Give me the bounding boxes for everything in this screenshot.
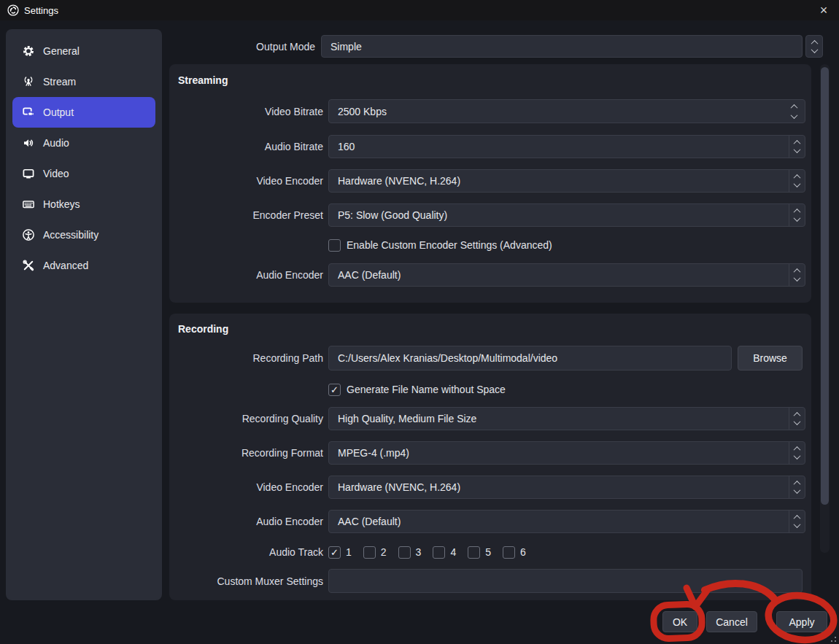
audio-track-5-label: 5 [485,546,491,558]
settings-window: Settings × General Stream [0,0,839,644]
chevron-down-icon [794,146,801,153]
audio-track-3-checkbox[interactable] [398,546,411,559]
scrollbar-thumb[interactable] [821,67,829,505]
audio-track-1-label: 1 [346,546,352,558]
browse-button[interactable]: Browse [738,346,803,371]
encoder-preset-value: P5: Slow (Good Quality) [329,209,789,221]
keyboard-icon [22,198,35,211]
sidebar-item-advanced[interactable]: Advanced [12,250,155,281]
generate-filename-checkbox[interactable]: ✓ [328,384,341,396]
cancel-button[interactable]: Cancel [706,611,757,632]
chevron-down-icon [794,521,801,528]
monitor-icon [22,167,35,180]
recording-quality-select[interactable]: High Quality, Medium File Size [328,407,805,430]
output-mode-label: Output Mode [175,35,315,58]
checkmark-icon: ✓ [330,548,339,557]
stream-video-encoder-label: Video Encoder [175,169,323,193]
audio-bitrate-input[interactable]: 160 [328,135,805,158]
rec-audio-encoder-label: Audio Encoder [175,510,323,533]
audio-track-label: Audio Track [175,546,323,559]
sidebar-item-video[interactable]: Video [12,158,155,189]
gear-icon [22,44,35,58]
audio-track-2-checkbox[interactable] [363,546,376,559]
chevron-down-icon [811,46,818,53]
rec-video-encoder-select[interactable]: Hardware (NVENC, H.264) [328,476,805,499]
audio-bitrate-spinner[interactable] [789,136,805,158]
output-mode-select[interactable]: Simple [321,35,803,58]
stream-video-encoder-value: Hardware (NVENC, H.264) [329,175,789,187]
recording-format-spinner[interactable] [789,442,805,464]
rec-video-encoder-spinner[interactable] [789,476,805,498]
encoder-preset-select[interactable]: P5: Slow (Good Quality) [328,203,805,227]
rec-audio-encoder-spinner[interactable] [789,511,805,532]
recording-path-value: C:/Users/Alex Kranias/Desktop/Multimodal… [329,352,731,364]
stream-audio-encoder-select[interactable]: AAC (Default) [328,263,805,287]
audio-track-6-checkbox[interactable] [503,546,515,559]
custom-encoder-checkbox-row[interactable]: Enable Custom Encoder Settings (Advanced… [328,238,552,252]
ok-button[interactable]: OK [662,611,697,632]
audio-track-3-label: 3 [416,546,422,558]
sidebar-item-stream[interactable]: Stream [12,66,155,97]
audio-track-2[interactable]: 2 [363,546,387,559]
chevron-down-icon [794,214,801,222]
stream-audio-encoder-spinner[interactable] [789,264,805,286]
settings-sidebar: General Stream Output Audio [6,29,162,600]
checkmark-icon: ✓ [330,385,339,395]
sidebar-item-label: Video [43,168,69,179]
recording-quality-label: Recording Quality [175,407,323,430]
audio-track-1-checkbox[interactable]: ✓ [328,546,341,559]
sidebar-item-hotkeys[interactable]: Hotkeys [12,189,155,220]
audio-track-6-label: 6 [520,546,526,558]
audio-track-4-checkbox[interactable] [433,546,445,559]
recording-path-label: Recording Path [175,346,323,371]
encoder-preset-label: Encoder Preset [175,203,323,227]
close-icon: × [820,4,828,17]
close-button[interactable]: × [808,0,839,20]
sidebar-item-accessibility[interactable]: Accessibility [12,220,155,250]
generate-filename-checkbox-label: Generate File Name without Space [347,384,506,395]
chevron-down-icon [794,274,801,282]
video-bitrate-value: 2500 Kbps [329,106,783,117]
recording-quality-value: High Quality, Medium File Size [329,413,789,424]
sidebar-item-label: Audio [43,137,69,149]
video-bitrate-input[interactable]: 2500 Kbps [328,99,805,123]
sidebar-item-label: Output [43,106,74,118]
encoder-preset-spinner[interactable] [789,204,805,226]
audio-bitrate-value: 160 [329,141,789,152]
sidebar-item-general[interactable]: General [12,36,155,66]
stream-video-encoder-select[interactable]: Hardware (NVENC, H.264) [328,169,805,193]
generate-filename-checkbox-row[interactable]: ✓ Generate File Name without Space [328,383,506,396]
recording-quality-spinner[interactable] [789,408,805,430]
resize-grip-icon[interactable] [829,636,836,642]
recording-header: Recording [178,323,228,335]
audio-track-1[interactable]: ✓ 1 [328,546,352,559]
stream-audio-encoder-value: AAC (Default) [329,269,789,281]
custom-muxer-input[interactable] [328,569,803,593]
audio-track-checkboxes: ✓ 1 2 3 4 5 6 [328,546,526,559]
video-bitrate-label: Video Bitrate [175,99,323,123]
chevron-down-icon [794,486,801,494]
output-icon [22,106,35,119]
recording-format-select[interactable]: MPEG-4 (.mp4) [328,441,805,465]
chevron-down-icon [794,452,801,459]
audio-track-6[interactable]: 6 [503,546,526,559]
video-bitrate-spinner[interactable] [783,100,805,123]
rec-audio-encoder-select[interactable]: AAC (Default) [328,510,805,533]
rec-video-encoder-value: Hardware (NVENC, H.264) [329,481,789,493]
sidebar-item-label: Stream [43,76,76,88]
output-mode-spinner[interactable] [805,35,823,58]
sidebar-item-label: Accessibility [43,229,98,241]
sidebar-item-audio[interactable]: Audio [12,128,155,158]
sidebar-item-output[interactable]: Output [12,97,155,128]
audio-track-5-checkbox[interactable] [468,546,480,559]
stream-video-encoder-spinner[interactable] [789,170,805,192]
audio-track-4[interactable]: 4 [433,546,456,559]
sidebar-item-label: Hotkeys [43,198,80,210]
audio-track-3[interactable]: 3 [398,546,422,559]
recording-path-input[interactable]: C:/Users/Alex Kranias/Desktop/Multimodal… [328,346,732,371]
custom-encoder-checkbox[interactable] [328,239,341,252]
apply-button[interactable]: Apply [776,611,827,632]
audio-track-5[interactable]: 5 [468,546,491,559]
chevron-up-icon [790,104,797,111]
custom-muxer-label: Custom Muxer Settings [175,569,323,593]
